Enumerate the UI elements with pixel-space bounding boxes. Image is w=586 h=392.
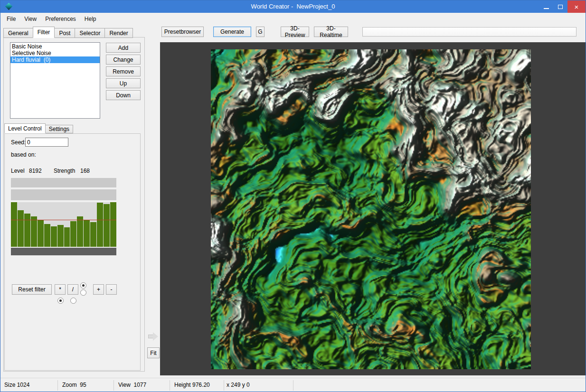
histogram-bar[interactable] (18, 210, 24, 247)
tab-render[interactable]: Render (104, 28, 132, 38)
histogram-bar[interactable] (110, 202, 116, 247)
splitter-arrow-icon (153, 332, 158, 341)
status-zoom: Zoom 95 (62, 382, 86, 388)
histogram-bar[interactable] (51, 226, 57, 247)
progress-bar (362, 27, 577, 37)
window-controls: × (539, 0, 586, 13)
app-window: World Creator - NewProject_0 × File View… (0, 0, 586, 392)
status-cursor: x 249 y 0 (227, 382, 250, 388)
histogram-bar[interactable] (38, 220, 44, 247)
menu-item-help[interactable]: Help (80, 13, 101, 25)
tab-post[interactable]: Post (54, 28, 75, 38)
menu-item-view[interactable]: View (20, 13, 41, 25)
level-red-line (11, 220, 116, 220)
histogram-bar[interactable] (97, 203, 103, 247)
histogram-bar[interactable] (44, 224, 50, 247)
histogram-bar[interactable] (104, 204, 110, 247)
status-separator (224, 380, 224, 391)
status-separator (170, 380, 170, 391)
viewport[interactable] (160, 42, 586, 375)
seed-label: Seed: (11, 139, 26, 146)
histogram-gray-row (11, 189, 116, 200)
status-separator (113, 380, 114, 391)
presetbrowser-button[interactable]: Presetbrowser (161, 27, 204, 37)
realtime-3d-button[interactable]: 3D-Realtime (314, 27, 348, 37)
histogram-bar[interactable] (64, 227, 70, 247)
seed-input[interactable] (25, 138, 68, 147)
menubar: File View Preferences Help (0, 13, 586, 25)
terrain-preview[interactable] (211, 49, 531, 369)
menu-item-file[interactable]: File (2, 13, 20, 25)
reset-filter-button[interactable]: Reset filter (12, 284, 52, 295)
filter-list[interactable]: Basic Noise Selective Noise Hard fluvial… (10, 42, 100, 119)
status-separator (57, 380, 58, 391)
maximize-button[interactable] (553, 0, 567, 13)
status-height: Height 976.20 (174, 382, 210, 388)
window-title: World Creator - NewProject_0 (0, 0, 586, 13)
histogram-bar[interactable] (24, 214, 30, 247)
status-view: View 1077 (118, 382, 146, 388)
histogram-bar[interactable] (84, 220, 90, 247)
minus-button[interactable]: - (106, 284, 117, 295)
tab-settings[interactable]: Settings (45, 125, 73, 133)
tab-filter[interactable]: Filter (33, 27, 55, 38)
histogram-bar[interactable] (31, 216, 37, 247)
minimize-button[interactable] (539, 0, 553, 13)
remove-button[interactable]: Remove (106, 66, 141, 76)
histogram-gray-row (11, 178, 116, 187)
change-button[interactable]: Change (106, 55, 141, 65)
filter-list-item[interactable]: Selective Noise (10, 50, 100, 56)
statusbar: Size 1024 Zoom 95 View 1077 Height 976.2… (0, 378, 586, 392)
mode-radio-left[interactable] (57, 298, 64, 304)
splitter-collapse-arrow[interactable] (148, 335, 153, 338)
minimize-icon (544, 8, 549, 9)
histogram-bar[interactable] (90, 222, 96, 247)
level-histogram[interactable] (11, 177, 116, 255)
status-size: Size 1024 (4, 382, 29, 388)
tab-general[interactable]: General (3, 28, 33, 38)
level-label: Level (11, 168, 25, 174)
strength-label: Strength (54, 168, 75, 174)
level-histogram-bars[interactable] (11, 202, 116, 247)
operation-radio-top[interactable] (80, 282, 86, 289)
mode-radio-right[interactable] (70, 298, 76, 304)
menu-item-preferences[interactable]: Preferences (41, 13, 80, 25)
histogram-bar[interactable] (70, 221, 76, 247)
histogram-bar[interactable] (11, 202, 17, 247)
preview-3d-button[interactable]: 3D-Preview (281, 27, 309, 37)
g-button[interactable]: G (256, 27, 265, 37)
maximize-icon (558, 5, 563, 9)
filter-list-item[interactable]: Basic Noise (10, 43, 100, 50)
level-value: 8192 (29, 168, 42, 174)
histogram-bar[interactable] (57, 225, 64, 247)
fit-button[interactable]: Fit (147, 347, 160, 358)
add-button[interactable]: Add (106, 43, 141, 53)
divide-button[interactable]: / (67, 284, 78, 295)
close-button[interactable]: × (567, 0, 586, 13)
tab-selector[interactable]: Selector (75, 28, 105, 38)
based-on-label: based on: (11, 151, 36, 158)
status-separator (293, 380, 293, 391)
multiply-button[interactable]: * (55, 284, 66, 295)
histogram-bottom-strip (11, 248, 116, 255)
window-titlebar[interactable]: World Creator - NewProject_0 × (0, 0, 586, 13)
operation-radio-bottom[interactable] (80, 289, 86, 296)
up-button[interactable]: Up (106, 78, 141, 88)
filter-list-item-selected[interactable]: Hard fluvial (0) (10, 56, 100, 63)
down-button[interactable]: Down (106, 90, 141, 100)
tab-level-control[interactable]: Level Control (4, 123, 46, 133)
main-tabs: General Filter Post Selector Render (3, 27, 132, 38)
sub-tabs: Level Control Settings (4, 123, 73, 133)
histogram-bar[interactable] (77, 216, 83, 247)
generate-button[interactable]: Generate (213, 27, 251, 37)
plus-button[interactable]: + (93, 284, 104, 295)
strength-value: 168 (80, 168, 90, 174)
close-icon: × (575, 3, 579, 10)
